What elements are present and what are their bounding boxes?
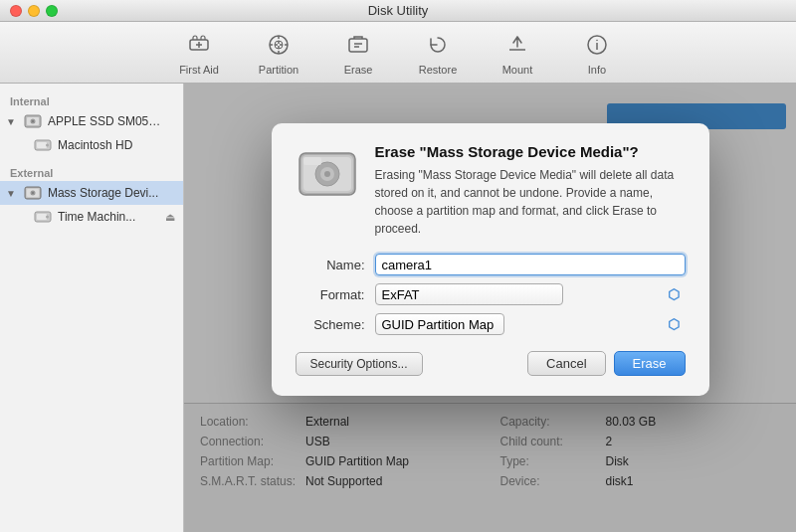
cancel-button[interactable]: Cancel [527, 351, 605, 376]
window-title: Disk Utility [368, 3, 429, 18]
chevron-down-icon-2: ▼ [6, 188, 16, 199]
form-scheme-label: Scheme: [296, 317, 365, 332]
minimize-button[interactable] [28, 5, 40, 17]
toolbar-partition-button[interactable]: Partition [254, 29, 303, 76]
first-aid-label: First Aid [179, 64, 219, 76]
traffic-lights [10, 5, 58, 17]
sidebar-apple-ssd-label: APPLE SSD SM051... [48, 114, 162, 128]
sidebar-item-macintosh-hd[interactable]: Macintosh HD [0, 133, 183, 157]
svg-rect-14 [37, 142, 47, 148]
toolbar-mount-button[interactable]: Mount [493, 29, 542, 76]
svg-rect-30 [303, 157, 321, 165]
sidebar-section-external: External [0, 163, 183, 181]
hd-icon [34, 136, 52, 154]
modal-buttons: Security Options... Cancel Erase [296, 351, 686, 376]
scheme-select[interactable]: GUID Partition Map Master Boot Record Ap… [375, 313, 504, 335]
toolbar-restore-button[interactable]: Restore [413, 29, 463, 76]
form-format-row: Format: ExFAT Mac OS Extended (Journaled… [296, 283, 686, 305]
restore-icon [422, 29, 454, 61]
svg-rect-3 [349, 39, 367, 52]
time-machine-icon [34, 208, 52, 226]
toolbar-first-aid-button[interactable]: First Aid [174, 29, 224, 76]
sidebar: Internal ▼ APPLE SSD SM051... Macintosh … [0, 84, 184, 532]
modal-header: Erase "Mass Storage Device Media"? Erasi… [296, 143, 686, 238]
form-scheme-row: Scheme: GUID Partition Map Master Boot R… [296, 313, 686, 335]
info-icon [581, 29, 613, 61]
restore-label: Restore [419, 64, 458, 76]
form-format-label: Format: [296, 287, 365, 302]
format-chevron-icon: ⬡ [668, 286, 680, 302]
name-input[interactable] [375, 254, 686, 275]
titlebar: Disk Utility [0, 0, 796, 22]
form-name-row: Name: [296, 254, 686, 275]
sidebar-item-mass-storage[interactable]: ▼ Mass Storage Devi... [0, 181, 183, 205]
modal-form: Name: Format: ExFAT Mac OS Extended (Jou… [296, 254, 686, 335]
erase-dialog: Erase "Mass Storage Device Media"? Erasi… [272, 123, 709, 396]
partition-label: Partition [259, 64, 298, 76]
sidebar-mass-storage-label: Mass Storage Devi... [48, 186, 158, 200]
modal-title: Erase "Mass Storage Device Media"? [375, 143, 686, 160]
eject-icon[interactable]: ⏏ [165, 211, 175, 224]
chevron-down-icon: ▼ [6, 116, 16, 127]
sidebar-section-internal: Internal [0, 91, 183, 109]
format-select-wrapper: ExFAT Mac OS Extended (Journaled) MS-DOS… [375, 283, 686, 305]
mount-label: Mount [502, 64, 533, 76]
form-name-label: Name: [296, 258, 365, 272]
maximize-button[interactable] [46, 5, 58, 17]
scheme-select-wrapper: GUID Partition Map Master Boot Record Ap… [375, 313, 686, 335]
sidebar-macintosh-hd-label: Macintosh HD [58, 138, 132, 152]
svg-point-29 [324, 171, 330, 177]
svg-point-15 [46, 144, 49, 147]
close-button[interactable] [10, 5, 22, 17]
main-area: Internal ▼ APPLE SSD SM051... Macintosh … [0, 84, 796, 532]
partition-icon [263, 29, 295, 61]
security-options-button[interactable]: Security Options... [296, 352, 423, 376]
erase-button[interactable]: Erase [614, 351, 686, 376]
svg-point-23 [46, 216, 49, 219]
sidebar-item-time-machine[interactable]: Time Machin... ⏏ [0, 205, 183, 229]
first-aid-icon [183, 29, 215, 61]
modal-overlay: Erase "Mass Storage Device Media"? Erasi… [184, 84, 796, 532]
toolbar-erase-button[interactable]: Erase [333, 29, 383, 76]
toolbar: First Aid Partition Erase [0, 22, 796, 84]
erase-label: Erase [344, 64, 373, 76]
scheme-chevron-icon: ⬡ [668, 316, 680, 332]
format-select[interactable]: ExFAT Mac OS Extended (Journaled) MS-DOS… [375, 283, 563, 305]
erase-icon [342, 29, 374, 61]
modal-disk-icon [296, 143, 359, 207]
svg-rect-22 [37, 214, 47, 220]
external-disk-icon [24, 184, 42, 202]
mount-icon [501, 29, 533, 61]
sidebar-item-apple-ssd[interactable]: ▼ APPLE SSD SM051... [0, 109, 183, 133]
svg-point-20 [32, 192, 34, 194]
modal-title-area: Erase "Mass Storage Device Media"? Erasi… [375, 143, 686, 238]
disk-icon [24, 112, 42, 130]
info-label: Info [588, 64, 606, 76]
svg-point-12 [32, 120, 34, 122]
toolbar-info-button[interactable]: Info [572, 29, 622, 76]
modal-description: Erasing "Mass Storage Device Media" will… [375, 166, 686, 238]
svg-point-8 [596, 40, 598, 42]
sidebar-time-machine-label: Time Machin... [58, 210, 135, 224]
content-area: Location: External Connection: USB Parti… [184, 84, 796, 532]
